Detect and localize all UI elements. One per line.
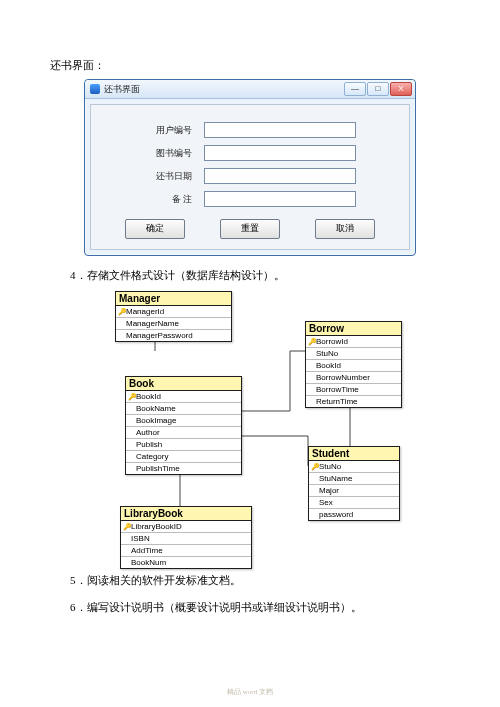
column-name: BorrowTime <box>316 385 359 394</box>
entity-borrow: Borrow 🔑BorrowIdStuNoBookIdBorrowNumberB… <box>305 321 402 408</box>
entity-column: BookName <box>126 403 241 415</box>
titlebar: 还书界面 — □ X <box>85 80 415 99</box>
maximize-button[interactable]: □ <box>367 82 389 96</box>
column-name: LibraryBookID <box>131 522 182 531</box>
entity-column: 🔑BookId <box>126 391 241 403</box>
column-name: AddTime <box>131 546 163 555</box>
column-name: BookImage <box>136 416 176 425</box>
column-name: BookId <box>136 392 161 401</box>
return-book-window: 还书界面 — □ X 用户编号 图书编号 还书日期 备 注 <box>84 79 416 256</box>
entity-student: Student 🔑StuNoStuNameMajorSexpassword <box>308 446 400 521</box>
close-button[interactable]: X <box>390 82 412 96</box>
column-name: ReturnTime <box>316 397 358 406</box>
entity-column: BorrowNumber <box>306 372 401 384</box>
input-user-id[interactable] <box>204 122 356 138</box>
entity-column: ManagerPassword <box>116 330 231 341</box>
input-return-date[interactable] <box>204 168 356 184</box>
entity-column: StuName <box>309 473 399 485</box>
input-book-id[interactable] <box>204 145 356 161</box>
app-icon <box>90 84 100 94</box>
form-body: 用户编号 图书编号 还书日期 备 注 确定 重置 取消 <box>90 104 410 250</box>
column-name: ManagerPassword <box>126 331 193 340</box>
column-name: ManagerId <box>126 307 164 316</box>
window-title: 还书界面 <box>104 83 343 96</box>
section-5: 5．阅读相关的软件开发标准文档。 <box>70 573 450 588</box>
column-name: BookId <box>316 361 341 370</box>
entity-column: BookImage <box>126 415 241 427</box>
entity-column: ISBN <box>121 533 251 545</box>
entity-name: Student <box>309 447 399 461</box>
label-remark: 备 注 <box>97 193 204 206</box>
entity-name: Manager <box>116 292 231 306</box>
entity-column: Major <box>309 485 399 497</box>
column-name: BookName <box>136 404 176 413</box>
entity-column: ReturnTime <box>306 396 401 407</box>
column-name: Publish <box>136 440 162 449</box>
primary-key-icon: 🔑 <box>118 308 126 316</box>
column-name: StuNo <box>319 462 341 471</box>
column-name: Sex <box>319 498 333 507</box>
er-diagram: Manager 🔑ManagerIdManagerNameManagerPass… <box>90 291 410 561</box>
entity-column: Category <box>126 451 241 463</box>
entity-librarybook: LibraryBook 🔑LibraryBookIDISBNAddTimeBoo… <box>120 506 252 569</box>
reset-button[interactable]: 重置 <box>220 219 280 239</box>
entity-column: BookId <box>306 360 401 372</box>
entity-column: Author <box>126 427 241 439</box>
cancel-button[interactable]: 取消 <box>315 219 375 239</box>
column-name: BorrowId <box>316 337 348 346</box>
column-name: password <box>319 510 353 519</box>
entity-column: ManagerName <box>116 318 231 330</box>
column-name: StuNo <box>316 349 338 358</box>
entity-column: StuNo <box>306 348 401 360</box>
entity-column: 🔑StuNo <box>309 461 399 473</box>
primary-key-icon: 🔑 <box>308 338 316 346</box>
column-name: BorrowNumber <box>316 373 370 382</box>
entity-column: BookNum <box>121 557 251 568</box>
section-6: 6．编写设计说明书（概要设计说明书或详细设计说明书）。 <box>70 600 450 615</box>
column-name: StuName <box>319 474 352 483</box>
page-footer: 精品 word 文档 <box>0 687 500 697</box>
primary-key-icon: 🔑 <box>128 393 136 401</box>
column-name: Author <box>136 428 160 437</box>
entity-column: PublishTime <box>126 463 241 474</box>
entity-name: LibraryBook <box>121 507 251 521</box>
heading-return-ui: 还书界面： <box>50 58 450 73</box>
column-name: Category <box>136 452 168 461</box>
label-return-date: 还书日期 <box>97 170 204 183</box>
column-name: ManagerName <box>126 319 179 328</box>
label-book-id: 图书编号 <box>97 147 204 160</box>
section-4: 4．存储文件格式设计（数据库结构设计）。 <box>70 268 450 283</box>
entity-column: AddTime <box>121 545 251 557</box>
entity-column: BorrowTime <box>306 384 401 396</box>
entity-manager: Manager 🔑ManagerIdManagerNameManagerPass… <box>115 291 232 342</box>
column-name: BookNum <box>131 558 166 567</box>
entity-name: Borrow <box>306 322 401 336</box>
column-name: PublishTime <box>136 464 180 473</box>
entity-column: 🔑BorrowId <box>306 336 401 348</box>
entity-column: password <box>309 509 399 520</box>
ok-button[interactable]: 确定 <box>125 219 185 239</box>
entity-book: Book 🔑BookIdBookNameBookImageAuthorPubli… <box>125 376 242 475</box>
column-name: Major <box>319 486 339 495</box>
input-remark[interactable] <box>204 191 356 207</box>
label-user-id: 用户编号 <box>97 124 204 137</box>
entity-column: Sex <box>309 497 399 509</box>
entity-column: 🔑ManagerId <box>116 306 231 318</box>
primary-key-icon: 🔑 <box>123 523 131 531</box>
entity-name: Book <box>126 377 241 391</box>
entity-column: Publish <box>126 439 241 451</box>
minimize-button[interactable]: — <box>344 82 366 96</box>
entity-column: 🔑LibraryBookID <box>121 521 251 533</box>
column-name: ISBN <box>131 534 150 543</box>
primary-key-icon: 🔑 <box>311 463 319 471</box>
